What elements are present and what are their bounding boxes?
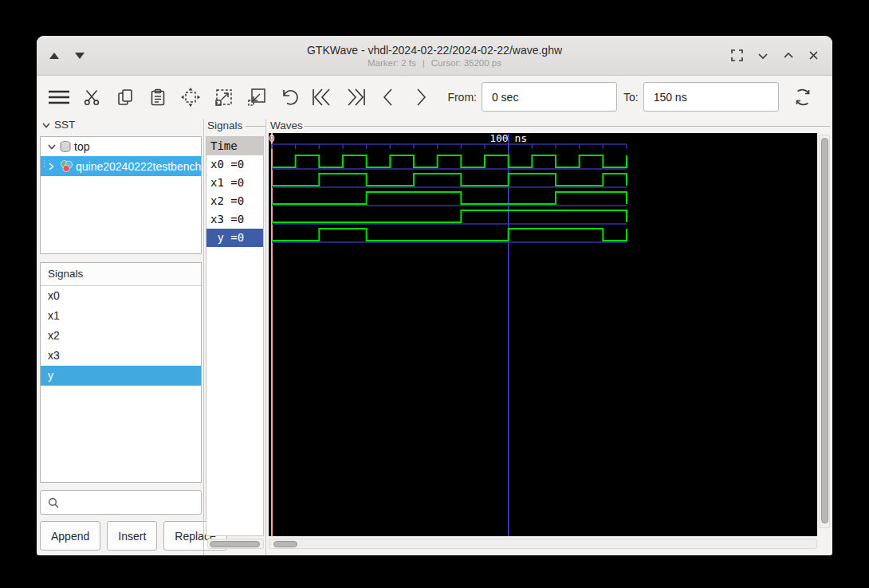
- main-area: SST top quine20240222testbench Signals x…: [37, 119, 832, 555]
- value-row-y[interactable]: y =0: [206, 229, 263, 247]
- signals-list-header[interactable]: Signals: [41, 263, 201, 286]
- tree-item-label: top: [74, 140, 89, 153]
- values-hscrollbar[interactable]: [207, 539, 264, 549]
- shade-window-icon[interactable]: [75, 53, 85, 59]
- sst-tree: top quine20240222testbench: [40, 136, 202, 254]
- waves-frame-line: [304, 126, 830, 127]
- status-separator: |: [423, 58, 425, 68]
- signal-item-x1[interactable]: x1: [41, 306, 201, 326]
- wave-canvas[interactable]: 0100 ns: [269, 133, 817, 536]
- tree-item-testbench[interactable]: quine20240222testbench: [41, 156, 201, 176]
- cursor-status: Cursor: 35200 ps: [431, 58, 501, 68]
- marker-status: Marker: 2 fs: [368, 58, 416, 68]
- toolbar: From: To:: [37, 76, 832, 118]
- to-input[interactable]: [643, 82, 779, 112]
- window-title: GTKWave - vhdl-2024-02-22/2024-02-22/wav…: [307, 44, 562, 57]
- cut-icon[interactable]: [79, 81, 104, 113]
- step-right-icon[interactable]: [408, 81, 434, 113]
- waveform-svg: 0100 ns: [269, 133, 817, 536]
- time-header[interactable]: Time: [206, 137, 263, 155]
- pane-splitter-left[interactable]: [203, 119, 204, 555]
- gtkwave-window: GTKWave - vhdl-2024-02-22/2024-02-22/wav…: [37, 36, 832, 555]
- svg-text:0: 0: [269, 133, 275, 144]
- zoom-out-icon[interactable]: [210, 81, 236, 113]
- paste-icon[interactable]: [145, 81, 171, 113]
- signals-list: Signals x0 x1 x2 x3 y: [40, 262, 202, 483]
- copy-icon[interactable]: [112, 81, 138, 113]
- insert-button[interactable]: Insert: [107, 521, 157, 551]
- maximize-icon[interactable]: [782, 49, 795, 62]
- value-row-x0[interactable]: x0 =0: [206, 155, 263, 174]
- undo-icon[interactable]: [277, 81, 302, 113]
- waves-vscrollbar-thumb[interactable]: [821, 138, 828, 523]
- signal-item-x3[interactable]: x3: [41, 346, 201, 366]
- chevron-right-icon: [46, 162, 56, 171]
- zoom-fit-icon[interactable]: [178, 81, 203, 113]
- from-input[interactable]: [482, 82, 617, 112]
- sst-expander[interactable]: SST: [41, 119, 75, 131]
- tree-item-label: quine20240222testbench: [76, 160, 201, 173]
- chevron-down-icon: [47, 142, 57, 151]
- reload-icon[interactable]: [790, 81, 816, 113]
- pane-splitter-right[interactable]: [265, 119, 266, 555]
- close-icon[interactable]: [808, 49, 820, 61]
- value-row-x1[interactable]: x1 =0: [206, 174, 263, 192]
- signal-values-panel: Time x0 =0 x1 =0 x2 =0 x3 =0 y =0: [206, 136, 264, 536]
- to-label: To:: [623, 91, 639, 104]
- values-frame-line: [246, 126, 265, 127]
- append-button[interactable]: Append: [40, 521, 100, 551]
- search-icon: [47, 496, 60, 509]
- values-frame-label: Signals: [207, 120, 242, 131]
- value-row-x3[interactable]: x3 =0: [206, 210, 263, 229]
- database-icon: [59, 140, 72, 153]
- window-subtitle: Marker: 2 fs|Cursor: 35200 ps: [364, 58, 505, 68]
- waves-hscrollbar[interactable]: [269, 539, 817, 549]
- tree-item-top[interactable]: top: [41, 137, 201, 156]
- step-left-icon[interactable]: [376, 81, 401, 113]
- sst-label: SST: [54, 119, 75, 131]
- waves-vscrollbar[interactable]: [819, 135, 830, 528]
- waves-frame-label: Waves: [270, 120, 303, 131]
- keep-above-icon[interactable]: [49, 53, 59, 59]
- fullscreen-icon[interactable]: [730, 49, 744, 62]
- value-row-x2[interactable]: x2 =0: [206, 192, 263, 210]
- menu-icon[interactable]: [46, 81, 72, 113]
- waves-hscrollbar-thumb[interactable]: [273, 541, 297, 547]
- hierarchy-icon: [60, 159, 73, 173]
- go-to-start-icon[interactable]: [309, 81, 335, 113]
- values-hscrollbar-thumb[interactable]: [210, 541, 260, 547]
- signal-search[interactable]: [40, 490, 202, 515]
- titlebar: GTKWave - vhdl-2024-02-22/2024-02-22/wav…: [37, 36, 832, 76]
- go-to-end-icon[interactable]: [343, 81, 368, 113]
- minimize-icon[interactable]: [757, 49, 769, 62]
- signal-item-y[interactable]: y: [41, 366, 201, 386]
- zoom-in-icon[interactable]: [244, 81, 269, 113]
- signal-item-x2[interactable]: x2: [41, 326, 201, 346]
- tree-branch-line: [44, 159, 45, 167]
- signal-item-x0[interactable]: x0: [41, 286, 201, 306]
- from-label: From:: [447, 91, 477, 104]
